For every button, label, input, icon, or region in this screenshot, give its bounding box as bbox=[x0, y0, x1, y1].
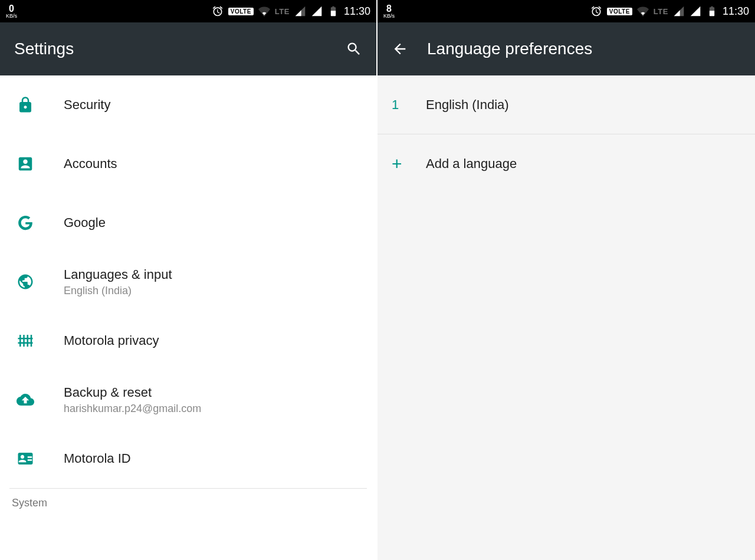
app-bar: Settings bbox=[0, 22, 376, 75]
battery-icon bbox=[327, 5, 339, 17]
settings-item-motorola-privacy[interactable]: Motorola privacy bbox=[0, 311, 376, 370]
lte-label: LTE bbox=[275, 7, 290, 16]
settings-item-label: Motorola ID bbox=[64, 451, 131, 466]
speed-unit: KB/s bbox=[6, 14, 17, 19]
signal-icon-2 bbox=[311, 5, 323, 17]
app-bar-title: Settings bbox=[14, 39, 74, 58]
settings-item-motorola-id[interactable]: Motorola ID bbox=[0, 429, 376, 488]
settings-item-label: Accounts bbox=[64, 156, 117, 172]
globe-icon bbox=[17, 273, 45, 291]
settings-item-accounts[interactable]: Accounts bbox=[0, 134, 376, 193]
settings-item-label: Security bbox=[64, 97, 110, 113]
wifi-icon bbox=[637, 5, 649, 17]
status-bar: 8 KB/s VOLTE LTE 11:30 bbox=[378, 0, 755, 22]
settings-item-sublabel: English (India) bbox=[64, 285, 172, 297]
lock-icon bbox=[17, 96, 45, 114]
app-bar: Language preferences bbox=[378, 22, 755, 75]
language-label: English (India) bbox=[426, 97, 509, 113]
speed-value: 0 bbox=[9, 4, 14, 14]
alarm-icon bbox=[212, 5, 224, 17]
fence-icon bbox=[17, 332, 45, 350]
settings-item-google[interactable]: Google bbox=[0, 193, 376, 252]
clock-time: 11:30 bbox=[344, 5, 370, 18]
back-button[interactable] bbox=[392, 41, 408, 57]
alarm-icon bbox=[590, 5, 602, 17]
settings-list: Security Accounts Google Languages bbox=[0, 75, 376, 560]
language-list: 1 English (India) + Add a language bbox=[378, 75, 755, 560]
status-icons: VOLTE LTE 11:30 bbox=[212, 5, 370, 18]
settings-item-security[interactable]: Security bbox=[0, 75, 376, 134]
settings-item-backup-reset[interactable]: Backup & reset harishkumar.p24@gmail.com bbox=[0, 370, 376, 429]
language-item[interactable]: 1 English (India) bbox=[378, 75, 755, 134]
id-card-icon bbox=[17, 450, 45, 467]
signal-icon-1 bbox=[673, 5, 685, 17]
wifi-icon bbox=[258, 5, 270, 17]
account-icon bbox=[17, 155, 45, 173]
app-bar-title: Language preferences bbox=[427, 39, 592, 58]
settings-item-languages[interactable]: Languages & input English (India) bbox=[0, 252, 376, 311]
google-icon bbox=[17, 214, 45, 232]
settings-item-label: Backup & reset bbox=[64, 385, 201, 400]
add-language-button[interactable]: + Add a language bbox=[378, 134, 755, 193]
network-speed: 0 KB/s bbox=[6, 4, 17, 19]
cloud-upload-icon bbox=[17, 391, 45, 409]
speed-unit: KB/s bbox=[383, 14, 395, 19]
clock-time: 11:30 bbox=[723, 5, 749, 18]
settings-screen: 0 KB/s VOLTE LTE 11:30 Settings bbox=[0, 0, 378, 560]
plus-icon: + bbox=[392, 155, 415, 173]
network-speed: 8 KB/s bbox=[383, 4, 395, 19]
lte-label: LTE bbox=[654, 7, 668, 16]
battery-icon bbox=[706, 5, 718, 17]
settings-item-label: Google bbox=[64, 215, 106, 230]
language-preferences-screen: 8 KB/s VOLTE LTE 11:30 bbox=[378, 0, 755, 560]
status-icons: VOLTE LTE 11:30 bbox=[590, 5, 749, 18]
signal-icon-2 bbox=[690, 5, 701, 17]
signal-icon-1 bbox=[294, 5, 306, 17]
status-bar: 0 KB/s VOLTE LTE 11:30 bbox=[0, 0, 376, 22]
search-button[interactable] bbox=[346, 41, 362, 57]
add-language-label: Add a language bbox=[426, 156, 517, 172]
speed-value: 8 bbox=[386, 4, 392, 14]
settings-item-label: Languages & input bbox=[64, 267, 172, 282]
settings-item-label: Motorola privacy bbox=[64, 333, 159, 348]
section-header-system: System bbox=[0, 489, 376, 509]
settings-item-sublabel: harishkumar.p24@gmail.com bbox=[64, 403, 201, 415]
volte-badge: VOLTE bbox=[228, 8, 254, 15]
language-index: 1 bbox=[392, 97, 415, 113]
volte-badge: VOLTE bbox=[607, 8, 632, 15]
